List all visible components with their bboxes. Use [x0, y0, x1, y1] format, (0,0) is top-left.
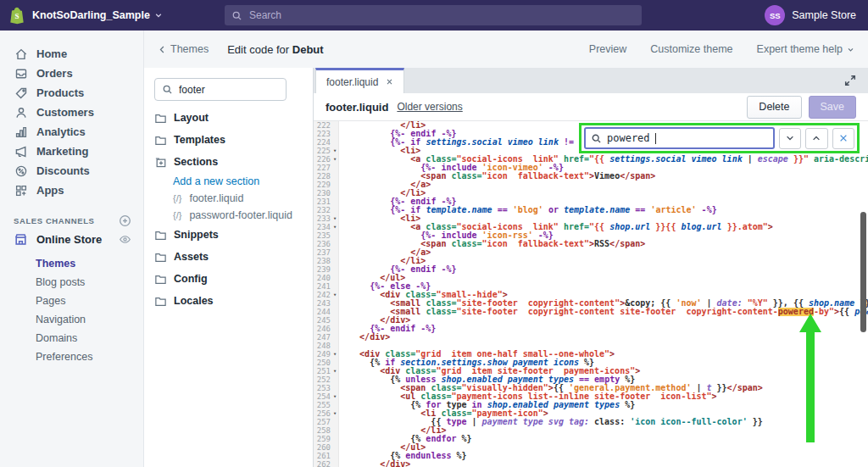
apps-icon — [14, 183, 28, 197]
fold-spacer — [331, 257, 339, 265]
fold-arrow-icon[interactable]: ▾ — [331, 147, 339, 155]
code-line: 251▾ <div class="grid__item site-footer_… — [314, 367, 868, 375]
fold-arrow-icon[interactable]: ▾ — [331, 214, 339, 223]
code-text: <div class="grid__item one-half small--o… — [339, 350, 868, 359]
code-area[interactable]: 222 </li>223 {%- endif -%}224 {%- if set… — [314, 121, 868, 467]
code-text: </a> — [339, 181, 868, 189]
find-prev-button[interactable] — [805, 128, 827, 149]
shopify-logo-icon: S — [8, 6, 26, 25]
sidebar-item-marketing[interactable]: Marketing — [0, 142, 143, 161]
fold-spacer — [331, 189, 339, 197]
global-search[interactable] — [225, 5, 642, 25]
fold-spacer — [331, 308, 339, 316]
file-search-input[interactable] — [179, 84, 286, 96]
code-text: {%- endif -%} — [339, 325, 868, 333]
annotation-arrow — [799, 314, 821, 442]
store-switcher[interactable]: KnotSoDarling_Sample — [32, 9, 163, 21]
save-button[interactable]: Save — [809, 96, 857, 119]
folder-layout[interactable]: Layout — [144, 107, 313, 129]
fold-arrow-icon[interactable]: ▾ — [331, 155, 339, 164]
folder-icon — [154, 295, 167, 308]
fold-spacer — [331, 265, 339, 274]
sidebar-item-products[interactable]: Products — [0, 83, 143, 103]
sales-channels-label: SALES CHANNELS — [14, 216, 95, 225]
line-number: 232 — [314, 206, 331, 214]
header-action-preview[interactable]: Preview — [589, 43, 626, 55]
line-number: 250 — [314, 359, 331, 367]
eye-icon[interactable] — [119, 233, 131, 246]
global-search-input[interactable] — [249, 9, 642, 21]
sidebar-item-customers[interactable]: Customers — [0, 103, 143, 122]
scrollbar-thumb[interactable] — [860, 212, 866, 332]
code-line: 249▾ <div class="grid__item one-half sma… — [314, 350, 868, 359]
code-line: 227 {%- include 'icon-vimeo' -%} — [314, 164, 868, 172]
account-menu[interactable]: SS Sample Store — [765, 0, 856, 31]
plus-circle-icon[interactable] — [119, 214, 131, 227]
code-line: 241 {%- else -%} — [314, 282, 868, 291]
products-icon — [14, 86, 28, 100]
close-tab-icon[interactable] — [386, 78, 393, 86]
file-search[interactable] — [154, 78, 287, 101]
find-input[interactable]: powered — [584, 127, 775, 149]
fold-arrow-icon[interactable]: ▾ — [331, 350, 339, 359]
header-action-customize-theme[interactable]: Customize theme — [650, 43, 732, 55]
file-password-footer-liquid[interactable]: {/}password-footer.liquid — [144, 207, 313, 224]
back-to-themes-link[interactable]: Themes — [158, 43, 209, 55]
folder-assets[interactable]: Assets — [144, 246, 313, 268]
fold-arrow-icon[interactable]: ▾ — [331, 409, 339, 418]
fold-spacer — [331, 401, 339, 409]
fold-arrow-icon[interactable]: ▾ — [331, 291, 339, 299]
fold-spacer — [331, 164, 339, 172]
file-footer-liquid[interactable]: {/}footer.liquid — [144, 190, 313, 207]
fold-spacer — [331, 138, 339, 147]
fold-spacer — [331, 452, 339, 460]
sidebar-item-navigation[interactable]: Navigation — [0, 310, 143, 329]
find-next-button[interactable] — [779, 128, 801, 149]
folder-label: Config — [174, 273, 208, 285]
header-action-expert-theme-help[interactable]: Expert theme help — [757, 43, 854, 55]
code-text: {{ type | payment_type_svg_tag: class: '… — [339, 418, 868, 426]
search-icon — [591, 133, 602, 144]
sidebar-item-orders[interactable]: Orders — [0, 64, 143, 83]
folder-locales[interactable]: Locales — [144, 290, 313, 312]
folder-sections[interactable]: Sections — [144, 151, 313, 173]
sidebar-item-preferences[interactable]: Preferences — [0, 347, 143, 366]
code-text: <li class="payment-icon"> — [339, 409, 868, 418]
sidebar-item-online-store[interactable]: Online Store — [0, 229, 143, 249]
sidebar-item-pages[interactable]: Pages — [0, 292, 143, 310]
line-number: 233 — [314, 214, 331, 223]
code-line: 232 {%- if template.name == 'blog' or te… — [314, 206, 868, 214]
line-number: 257 — [314, 418, 331, 426]
sidebar-item-discounts[interactable]: Discounts — [0, 161, 143, 181]
find-close-button[interactable] — [832, 128, 854, 149]
fold-spacer — [331, 248, 339, 257]
fold-spacer — [331, 274, 339, 282]
folder-config[interactable]: Config — [144, 268, 313, 290]
tab-footer-liquid[interactable]: footer.liquid — [315, 68, 404, 93]
sidebar-item-home[interactable]: Home — [0, 44, 143, 64]
code-line: 226▾ <a class="social-icons__link" href=… — [314, 155, 868, 164]
fold-arrow-icon[interactable]: ▾ — [331, 392, 339, 401]
code-line: 242▾ <div class="small--hide"> — [314, 291, 868, 299]
code-text: <span class="icon__fallback-text">RSS</s… — [339, 240, 868, 248]
sidebar-item-themes[interactable]: Themes — [0, 254, 143, 273]
find-query: powered — [607, 132, 650, 144]
fold-spacer — [331, 443, 339, 452]
delete-button[interactable]: Delete — [747, 96, 801, 119]
sidebar-item-apps[interactable]: Apps — [0, 181, 143, 200]
sidebar-item-analytics[interactable]: Analytics — [0, 122, 143, 142]
folder-templates[interactable]: Templates — [144, 129, 313, 151]
fold-arrow-icon[interactable]: ▾ — [331, 223, 339, 231]
expand-editor-icon[interactable] — [843, 73, 858, 88]
code-text: </ul> — [339, 443, 868, 452]
text-caret — [655, 133, 656, 144]
add-new-section-link[interactable]: Add a new section — [144, 173, 313, 190]
code-line: 238 </li> — [314, 257, 868, 265]
line-number: 249 — [314, 350, 331, 359]
sidebar-item-domains[interactable]: Domains — [0, 329, 143, 347]
code-text: {%- include 'icon-vimeo' -%} — [339, 164, 868, 172]
sidebar-item-blog-posts[interactable]: Blog posts — [0, 273, 143, 292]
older-versions-link[interactable]: Older versions — [397, 101, 462, 113]
folder-snippets[interactable]: Snippets — [144, 224, 313, 246]
fold-arrow-icon[interactable]: ▾ — [331, 367, 339, 375]
